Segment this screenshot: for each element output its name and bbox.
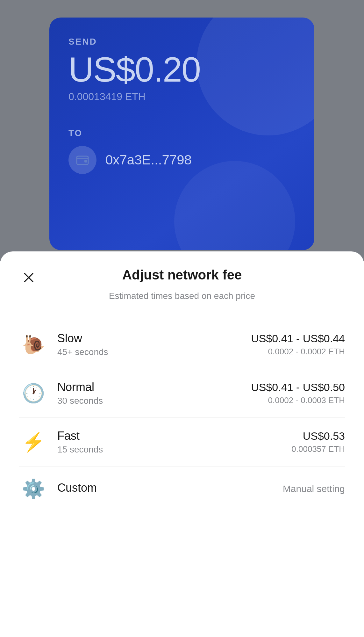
fee-price-custom: Manual setting <box>283 483 345 494</box>
send-eth-amount: 0.00013419 ETH <box>68 91 295 103</box>
sheet-header: Adjust network fee <box>19 267 345 287</box>
fee-usd-slow: US$0.41 - US$0.44 <box>251 332 345 345</box>
close-icon <box>23 271 35 284</box>
recipient-address: 0x7a3E...7798 <box>105 152 192 168</box>
fee-name-slow: Slow <box>57 332 251 345</box>
fee-time-fast: 15 seconds <box>57 445 291 455</box>
svg-rect-1 <box>84 160 87 163</box>
fee-emoji-fast: ⚡ <box>19 431 48 453</box>
fee-name-fast: Fast <box>57 429 291 443</box>
wallet-icon <box>75 153 89 167</box>
fee-option-slow[interactable]: 🐌 Slow 45+ seconds US$0.41 - US$0.44 0.0… <box>19 320 345 369</box>
fee-price-normal: US$0.41 - US$0.50 0.0002 - 0.0003 ETH <box>251 381 345 405</box>
fee-eth-slow: 0.0002 - 0.0002 ETH <box>251 347 345 357</box>
wallet-icon-circle <box>68 146 96 174</box>
send-card: SEND US$0.20 0.00013419 ETH TO 0x7a3E...… <box>49 18 314 250</box>
fee-manual-label: Manual setting <box>283 483 345 494</box>
fee-price-fast: US$0.53 0.000357 ETH <box>291 430 345 454</box>
fee-emoji-slow: 🐌 <box>19 334 48 355</box>
fee-option-custom[interactable]: ⚙️ Custom Manual setting <box>19 467 345 511</box>
fee-option-fast[interactable]: ⚡ Fast 15 seconds US$0.53 0.000357 ETH <box>19 418 345 467</box>
fee-option-normal[interactable]: 🕐 Normal 30 seconds US$0.41 - US$0.50 0.… <box>19 369 345 418</box>
fee-emoji-normal: 🕐 <box>19 382 48 404</box>
fee-info-normal: Normal 30 seconds <box>57 380 251 406</box>
to-address-row: 0x7a3E...7798 <box>68 146 295 174</box>
fee-info-custom: Custom <box>57 481 283 496</box>
bottom-sheet: Adjust network fee Estimated times based… <box>0 251 364 637</box>
fee-time-slow: 45+ seconds <box>57 347 251 357</box>
to-label: TO <box>68 128 295 138</box>
fee-price-slow: US$0.41 - US$0.44 0.0002 - 0.0002 ETH <box>251 332 345 357</box>
fee-name-custom: Custom <box>57 481 283 495</box>
fee-info-slow: Slow 45+ seconds <box>57 332 251 357</box>
send-amount: US$0.20 <box>68 52 295 87</box>
fee-emoji-custom: ⚙️ <box>19 478 48 500</box>
fee-eth-fast: 0.000357 ETH <box>291 444 345 454</box>
send-label: SEND <box>68 37 295 47</box>
fee-usd-fast: US$0.53 <box>291 430 345 442</box>
fee-options-list: 🐌 Slow 45+ seconds US$0.41 - US$0.44 0.0… <box>19 320 345 511</box>
sheet-title: Adjust network fee <box>38 267 345 283</box>
sheet-subtitle: Estimated times based on each price <box>19 291 345 301</box>
fee-info-fast: Fast 15 seconds <box>57 429 291 455</box>
fee-name-normal: Normal <box>57 380 251 394</box>
fee-time-normal: 30 seconds <box>57 396 251 406</box>
fee-eth-normal: 0.0002 - 0.0003 ETH <box>251 395 345 405</box>
fee-usd-normal: US$0.41 - US$0.50 <box>251 381 345 394</box>
close-button[interactable] <box>19 268 38 287</box>
